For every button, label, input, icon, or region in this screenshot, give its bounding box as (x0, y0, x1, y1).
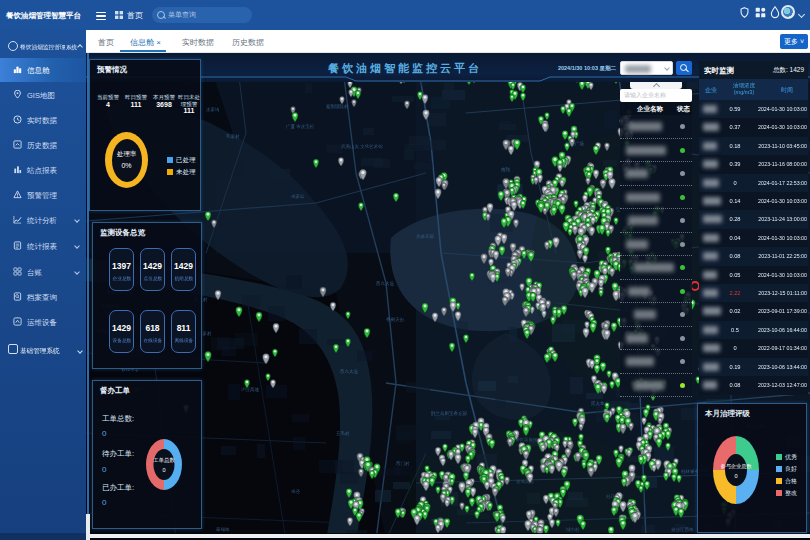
svg-text:荆兰岛郡宝香丘园: 荆兰岛郡宝香丘园 (430, 410, 467, 416)
svg-text:西九大道: 西九大道 (376, 280, 395, 286)
svg-text:张家浜: 张家浜 (291, 194, 305, 199)
svg-text:西门村: 西门村 (396, 460, 410, 467)
svg-text:南翔: 南翔 (501, 167, 511, 172)
svg-text:延大巷: 延大巷 (591, 400, 605, 406)
svg-text:武夷山大 文化艺术馆: 武夷山大 文化艺术馆 (341, 143, 383, 149)
svg-text:0: 0 (162, 467, 165, 473)
svg-text:香榭天街: 香榭天街 (386, 316, 405, 323)
svg-text:奉福路: 奉福路 (216, 526, 230, 532)
svg-text:沪宜高速: 沪宜高速 (241, 387, 260, 392)
svg-text:0: 0 (734, 473, 737, 479)
svg-text:西九大道: 西九大道 (340, 368, 359, 374)
svg-text:张泾: 张泾 (291, 489, 301, 494)
svg-text:工单总数: 工单总数 (153, 457, 175, 463)
svg-text:水家沟: 水家沟 (206, 107, 220, 112)
svg-text:参与企业总数: 参与企业总数 (720, 463, 752, 469)
svg-text:金沙江西路: 金沙江西路 (671, 526, 694, 532)
svg-text:紫荆国际村: 紫荆国际村 (326, 103, 349, 110)
svg-text:关珠花园: 关珠花园 (416, 234, 434, 239)
svg-text:毛家村: 毛家村 (225, 133, 240, 140)
svg-text:五毛村: 五毛村 (336, 430, 350, 437)
